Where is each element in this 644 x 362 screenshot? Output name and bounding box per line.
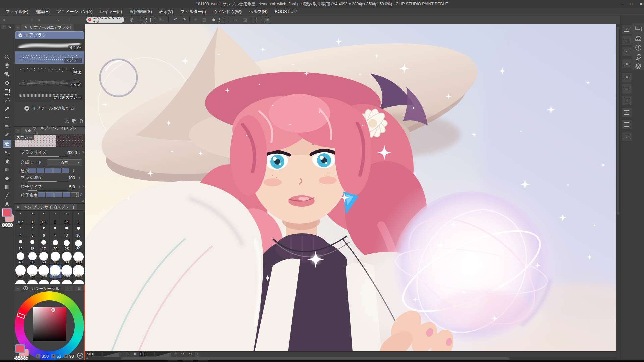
menu-help[interactable]: ヘルプ(H) — [245, 8, 271, 15]
brush-size-item[interactable]: 10 — [73, 225, 85, 238]
zoom-out-icon[interactable]: − — [120, 352, 123, 357]
tablet-mode-icon[interactable]: ▤ — [265, 18, 270, 22]
dock-icon-canvas-close[interactable]: ✕ — [621, 24, 632, 34]
tool-figure[interactable]: ╱ — [3, 192, 11, 200]
duplicate-subtool-icon[interactable] — [72, 119, 77, 124]
fill-area-icon[interactable]: ◆ — [210, 16, 217, 23]
sv-square[interactable] — [33, 307, 66, 341]
density-value[interactable]: 100 — [58, 176, 75, 180]
brush-size-item[interactable]: 17 — [38, 238, 50, 251]
main-color-swatch[interactable] — [15, 344, 25, 353]
hscroll-thumb[interactable] — [121, 357, 510, 360]
color-slider-tab-icon[interactable]: ☰ — [65, 286, 73, 291]
particle-size-stepper[interactable]: ▲▼ — [78, 185, 82, 189]
brush-size-item[interactable]: 170 — [38, 265, 50, 278]
menu-filter[interactable]: フィルター(I) — [177, 8, 209, 15]
dock-icon-gallery[interactable]: ▪ — [621, 96, 632, 106]
brush-size-item[interactable]: 5 — [26, 225, 38, 238]
brush-size-item[interactable]: 120 — [15, 265, 26, 278]
tool-auto-select[interactable] — [3, 96, 11, 104]
particle-size-dyn-icon[interactable]: ✎ — [82, 185, 85, 188]
tool-property-menu-icon[interactable]: ≡ — [15, 129, 20, 133]
brush-size-item[interactable]: 12 — [15, 238, 26, 251]
brush-size-item[interactable]: 1 — [26, 211, 38, 225]
brush-item-spray[interactable]: スプレー — [15, 51, 84, 64]
tool-property-tab[interactable]: ✎⚙ ツールプロパティ[スプレー] — [21, 127, 85, 134]
particle-size-value[interactable]: 5.0 — [58, 185, 75, 189]
rotate-left-icon[interactable]: ↶ — [174, 352, 177, 357]
tips-button[interactable]: ! こんなこともできます — [86, 17, 124, 23]
vscroll-thumb[interactable] — [617, 27, 619, 215]
hardness-expand-icon[interactable]: ❯ — [72, 169, 75, 172]
dock-icon-edit[interactable]: ✎ — [621, 108, 632, 117]
tool-decoration[interactable]: ✦✧ — [3, 148, 11, 156]
brush-size-item[interactable]: 7 — [50, 225, 61, 238]
brush-size-item[interactable]: 25 — [61, 238, 73, 251]
lightbulb-icon[interactable] — [632, 53, 644, 62]
brush-size-item[interactable]: 1.5 — [38, 211, 50, 225]
menu-selection[interactable]: 選択範囲(S) — [126, 8, 156, 15]
menu-file[interactable]: ファイル(F) — [2, 8, 32, 15]
zoom-value[interactable]: 50.0 — [86, 352, 102, 356]
clear-icon[interactable]: ✳ — [192, 16, 199, 23]
menu-layer[interactable]: レイヤー(L) — [96, 8, 126, 15]
layers-icon[interactable] — [632, 62, 644, 72]
brush-size-item[interactable]: 100 — [73, 251, 85, 265]
tool-pen[interactable]: ✒ — [3, 114, 11, 122]
artwork-witch-illustration[interactable] — [85, 24, 616, 351]
dock-icon-download[interactable]: ↓ — [621, 132, 632, 142]
collapse-left-icon[interactable]: « — [1, 16, 8, 23]
chevron-left-icon[interactable]: ‹ — [54, 16, 62, 23]
flip-view-icon[interactable]: ‹ — [195, 352, 199, 357]
minimize-button[interactable]: ─ — [616, 0, 627, 8]
zoom-in-icon[interactable]: + — [127, 352, 129, 357]
tool-blend[interactable] — [3, 166, 11, 174]
density-slider[interactable] — [28, 181, 68, 182]
tool-text[interactable]: A — [3, 200, 11, 208]
transparent-color-swatch[interactable] — [1, 223, 13, 228]
zoom-fit-icon[interactable]: ■ — [134, 352, 136, 357]
mask-none-icon[interactable]: ⧅ — [232, 16, 239, 23]
rotate-right-icon[interactable]: ↷ — [181, 352, 185, 357]
redo-icon[interactable]: ↷ — [180, 16, 188, 23]
brush-size-item[interactable]: 70 — [50, 251, 61, 265]
foreground-color-swatch[interactable] — [2, 208, 12, 217]
transform-icon[interactable] — [219, 18, 224, 22]
tool-palette-menu-icon[interactable]: ≡ — [1, 25, 6, 29]
brush-size-item[interactable] — [73, 278, 85, 284]
tray-icon[interactable] — [632, 34, 644, 43]
clear-dots-icon[interactable]: ▨ — [201, 16, 208, 23]
mask-half-icon[interactable]: ◪ — [241, 16, 249, 23]
density-stepper[interactable]: ▲▼ — [78, 176, 82, 180]
scroll-collapse-icon[interactable]: « — [85, 357, 89, 359]
menu-edit[interactable]: 編集(E) — [32, 8, 53, 15]
vertical-scrollbar[interactable] — [616, 24, 620, 351]
subtool-menu-icon[interactable]: ≡ — [15, 25, 20, 30]
brush-size-item[interactable]: 60 — [38, 251, 50, 265]
pages-icon[interactable] — [632, 24, 644, 34]
brush-size-item[interactable]: 2 — [50, 211, 61, 225]
brush-size-slider[interactable] — [28, 156, 68, 157]
brush-size-item[interactable]: 2.5 — [61, 211, 73, 225]
brush-size-item[interactable]: 0.7 — [15, 211, 26, 225]
brush-size-options-icon[interactable]: ✎ — [82, 150, 85, 154]
navigator-icon[interactable]: ◎ — [128, 16, 136, 23]
tool-move-layer[interactable] — [3, 79, 11, 87]
brush-size-item[interactable]: 20 — [50, 238, 61, 251]
particle-density-download-icon[interactable]: ⇩ — [80, 193, 83, 197]
menu-boost-up[interactable]: BOOST UP — [271, 8, 300, 15]
blend-mode-dropdown[interactable]: 通常 ▼ — [47, 159, 82, 166]
add-subtool-button[interactable]: + サブツールを追加する — [15, 101, 84, 116]
tool-airbrush[interactable] — [3, 140, 11, 148]
share-export-icon[interactable]: ↗ — [150, 18, 155, 22]
brush-size-item[interactable]: 30 — [73, 238, 85, 251]
tool-zoom[interactable] — [3, 53, 11, 61]
zoom-slider[interactable] — [103, 352, 119, 356]
canvas-viewport[interactable] — [85, 24, 616, 351]
menu-view[interactable]: 表示(V) — [156, 8, 177, 15]
brush-size-tab[interactable]: ✎◎ ブラシサイズ[スプレー] — [21, 204, 77, 210]
tool-eyedropper[interactable] — [3, 105, 11, 113]
tool-brush[interactable]: ✐ — [3, 131, 11, 139]
rect-select-icon[interactable] — [142, 18, 147, 22]
brush-item-noise[interactable]: ノイズ — [15, 76, 84, 89]
